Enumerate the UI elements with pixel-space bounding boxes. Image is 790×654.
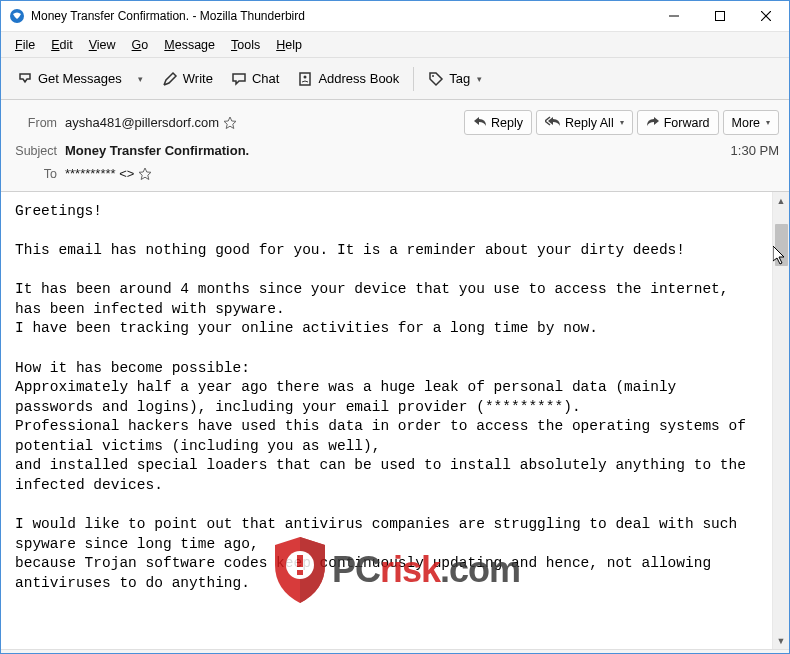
svg-point-6: [304, 75, 307, 78]
from-value[interactable]: aysha481@pillersdorf.com: [65, 115, 219, 130]
get-messages-dropdown[interactable]: ▾: [132, 69, 152, 89]
maximize-button[interactable]: [697, 1, 743, 31]
scroll-up-button[interactable]: ▲: [773, 192, 789, 209]
message-headers: From aysha481@pillersdorf.com Reply Repl…: [1, 100, 789, 192]
forward-button[interactable]: Forward: [637, 110, 719, 135]
reply-icon: [473, 115, 487, 130]
toolbar: Get Messages ▾ Write Chat Address Book T…: [1, 58, 789, 100]
chevron-down-icon: ▾: [138, 74, 148, 84]
scroll-down-button[interactable]: ▼: [773, 632, 789, 649]
to-label: To: [7, 167, 65, 181]
forward-icon: [646, 115, 660, 130]
chevron-down-icon: ▾: [477, 74, 487, 84]
message-body-wrap: Greetings! This email has nothing good f…: [1, 192, 789, 649]
tag-icon: [428, 71, 444, 87]
star-icon[interactable]: [138, 167, 152, 181]
thunderbird-icon: [9, 8, 25, 24]
vertical-scrollbar[interactable]: ▲ ▼: [772, 192, 789, 649]
menu-edit[interactable]: Edit: [43, 35, 81, 55]
toolbar-separator: [413, 67, 414, 91]
menu-help[interactable]: Help: [268, 35, 310, 55]
from-label: From: [7, 116, 65, 130]
svg-rect-2: [716, 12, 725, 21]
get-messages-button[interactable]: Get Messages: [9, 66, 130, 92]
to-value[interactable]: ********** <>: [65, 166, 134, 181]
reply-all-button[interactable]: Reply All▾: [536, 110, 633, 135]
scroll-thumb[interactable]: [775, 224, 788, 266]
subject-label: Subject: [7, 144, 65, 158]
window-controls: [651, 1, 789, 31]
more-button[interactable]: More▾: [723, 110, 779, 135]
close-button[interactable]: [743, 1, 789, 31]
status-bar: [1, 649, 789, 654]
menubar: File Edit View Go Message Tools Help: [1, 32, 789, 58]
pencil-icon: [162, 71, 178, 87]
menu-message[interactable]: Message: [156, 35, 223, 55]
menu-view[interactable]: View: [81, 35, 124, 55]
window-title: Money Transfer Confirmation. - Mozilla T…: [31, 9, 651, 23]
chat-icon: [231, 71, 247, 87]
menu-go[interactable]: Go: [124, 35, 157, 55]
window-titlebar: Money Transfer Confirmation. - Mozilla T…: [1, 1, 789, 32]
reply-all-icon: [545, 115, 561, 130]
chevron-down-icon: ▾: [766, 118, 770, 127]
chevron-down-icon: ▾: [620, 118, 624, 127]
svg-point-7: [432, 75, 434, 77]
tag-button[interactable]: Tag ▾: [420, 66, 495, 92]
menu-tools[interactable]: Tools: [223, 35, 268, 55]
svg-rect-5: [300, 73, 310, 85]
chat-button[interactable]: Chat: [223, 66, 287, 92]
download-icon: [17, 71, 33, 87]
address-book-icon: [297, 71, 313, 87]
message-time: 1:30 PM: [731, 143, 779, 158]
star-icon[interactable]: [223, 116, 237, 130]
reply-button[interactable]: Reply: [464, 110, 532, 135]
subject-value: Money Transfer Confirmation.: [65, 143, 249, 158]
minimize-button[interactable]: [651, 1, 697, 31]
menu-file[interactable]: File: [7, 35, 43, 55]
write-button[interactable]: Write: [154, 66, 221, 92]
address-book-button[interactable]: Address Book: [289, 66, 407, 92]
message-body[interactable]: Greetings! This email has nothing good f…: [1, 192, 772, 649]
